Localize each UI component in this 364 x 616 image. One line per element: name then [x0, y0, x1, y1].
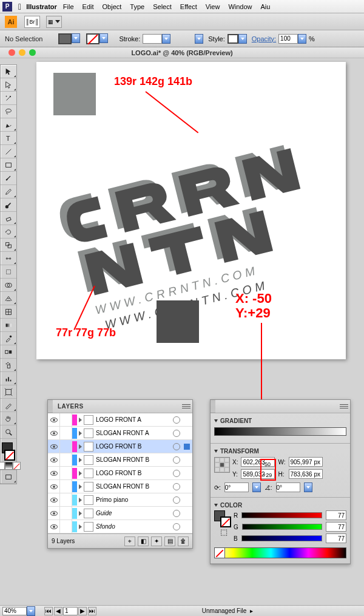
layer-row[interactable]: SLOGAN FRONT A: [48, 427, 192, 440]
scale-tool[interactable]: [1, 239, 16, 252]
canvas[interactable]: WWW.CRRNTN.COM WWW.CRRNTN.COM 139r 142g …: [22, 62, 360, 393]
layer-row[interactable]: Guide: [48, 507, 192, 520]
make-clipping-mask-button[interactable]: ◧: [138, 536, 149, 546]
mesh-tool[interactable]: [1, 305, 16, 319]
paintbrush-tool[interactable]: [1, 172, 16, 185]
target-icon[interactable]: [173, 416, 180, 424]
new-layer-button[interactable]: ▤: [164, 536, 175, 546]
menubar-app-name[interactable]: Illustrator: [26, 3, 57, 10]
shear-dropdown[interactable]: [304, 482, 312, 492]
perspective-grid-tool[interactable]: [1, 292, 16, 305]
r-slider[interactable]: [241, 512, 322, 518]
lock-cell[interactable]: [60, 453, 72, 466]
gradient-title[interactable]: GRADIENT: [214, 416, 346, 426]
menu-select[interactable]: Select: [153, 3, 172, 10]
layer-row[interactable]: Primo piano: [48, 493, 192, 507]
next-artboard-button[interactable]: ▶: [78, 607, 87, 615]
g-slider[interactable]: [242, 524, 322, 530]
slice-tool[interactable]: [1, 399, 16, 412]
layer-name[interactable]: Guide: [96, 510, 173, 516]
fill-swatch[interactable]: [58, 33, 72, 44]
stroke-swatch-pair[interactable]: [86, 33, 108, 44]
width-tool[interactable]: [1, 252, 16, 265]
graph-tool[interactable]: [1, 372, 16, 385]
color-stroke-swatch[interactable]: [220, 516, 231, 527]
zoom-window-button[interactable]: [29, 49, 36, 56]
artboard-number-input[interactable]: [63, 607, 78, 615]
opacity-input[interactable]: [278, 34, 298, 44]
target-icon[interactable]: [173, 523, 180, 530]
visibility-toggle[interactable]: [48, 453, 60, 466]
stroke-weight-input[interactable]: [143, 34, 162, 44]
menu-type[interactable]: Type: [130, 3, 144, 10]
expand-icon[interactable]: [79, 484, 82, 489]
color-spectrum[interactable]: [214, 547, 346, 558]
new-sublayer-button[interactable]: ✦: [151, 536, 162, 546]
layer-row[interactable]: Sfondo: [48, 520, 192, 533]
status-dropdown-icon[interactable]: ▸: [250, 608, 253, 614]
type-tool[interactable]: T: [1, 132, 16, 145]
layer-name[interactable]: SLOGAN FRONT B: [96, 483, 173, 490]
opacity-dropdown[interactable]: [298, 34, 306, 44]
target-icon[interactable]: [173, 510, 180, 517]
lock-cell[interactable]: [60, 413, 72, 426]
last-artboard-button[interactable]: ⏭: [88, 607, 96, 615]
layer-name[interactable]: LOGO FRONT A: [96, 416, 173, 423]
rotate-dropdown[interactable]: [252, 482, 261, 492]
target-icon[interactable]: [173, 470, 180, 477]
magic-wand-tool[interactable]: [1, 92, 16, 105]
selection-tool[interactable]: [1, 65, 16, 78]
none-color-button[interactable]: [214, 547, 225, 558]
target-icon[interactable]: [173, 443, 180, 450]
layers-panel-menu[interactable]: [182, 402, 190, 410]
artboard-tool[interactable]: [1, 385, 16, 399]
line-tool[interactable]: [1, 145, 16, 158]
layer-name[interactable]: LOGO FRONT B: [96, 443, 173, 450]
panel-grip-icon[interactable]: [48, 400, 53, 413]
b-slider[interactable]: [241, 535, 322, 541]
zoom-tool[interactable]: [1, 425, 16, 439]
lock-cell[interactable]: [60, 520, 72, 533]
layer-name[interactable]: SLOGAN FRONT B: [96, 456, 173, 463]
tool-fill-stroke-swatches[interactable]: [1, 441, 16, 462]
brush-dropdown[interactable]: [195, 34, 203, 44]
menu-help[interactable]: Aiu: [261, 3, 271, 10]
tool-stroke-swatch[interactable]: [4, 450, 15, 461]
layer-row[interactable]: LOGO FRONT B: [48, 467, 192, 480]
lock-cell[interactable]: [60, 440, 72, 453]
blob-brush-tool[interactable]: [1, 198, 16, 212]
prev-artboard-button[interactable]: ◀: [54, 607, 62, 615]
visibility-toggle[interactable]: [48, 493, 60, 506]
gradient-preview[interactable]: [214, 427, 346, 436]
ps-launcher-icon[interactable]: P: [2, 2, 12, 12]
fill-stroke-swatches[interactable]: [58, 33, 80, 44]
expand-icon[interactable]: [79, 458, 82, 462]
stroke-dropdown[interactable]: [99, 33, 108, 43]
layer-row[interactable]: LOGO FRONT B: [48, 440, 192, 453]
bridge-button[interactable]: ║Br║: [24, 16, 40, 28]
visibility-toggle[interactable]: [48, 440, 60, 453]
pen-tool[interactable]: [1, 118, 16, 132]
eyedropper-tool[interactable]: [1, 332, 16, 345]
lock-cell[interactable]: [60, 507, 72, 520]
menu-view[interactable]: View: [206, 3, 220, 10]
apple-menu-icon[interactable]: : [18, 2, 21, 12]
target-icon[interactable]: [173, 456, 180, 464]
screen-mode-button[interactable]: [1, 470, 16, 484]
lock-cell[interactable]: [60, 480, 72, 493]
delete-layer-button[interactable]: 🗑: [178, 536, 189, 546]
lasso-tool[interactable]: [1, 105, 16, 118]
gradient-tool[interactable]: [1, 319, 16, 332]
panel-grip-icon[interactable]: [211, 400, 215, 413]
menu-window[interactable]: Window: [228, 3, 252, 10]
layer-name[interactable]: Primo piano: [96, 496, 173, 503]
ai-app-icon[interactable]: Ai: [5, 16, 17, 28]
w-input[interactable]: [289, 457, 323, 467]
g-input[interactable]: [326, 522, 346, 532]
color-mode-row[interactable]: [1, 462, 16, 470]
layer-row[interactable]: LOGO FRONT A: [48, 413, 192, 427]
transform-title[interactable]: TRANSFORM: [214, 446, 346, 457]
visibility-toggle[interactable]: [48, 413, 60, 426]
layers-tab[interactable]: LAYERS: [53, 401, 89, 411]
shape-builder-tool[interactable]: [1, 279, 16, 292]
